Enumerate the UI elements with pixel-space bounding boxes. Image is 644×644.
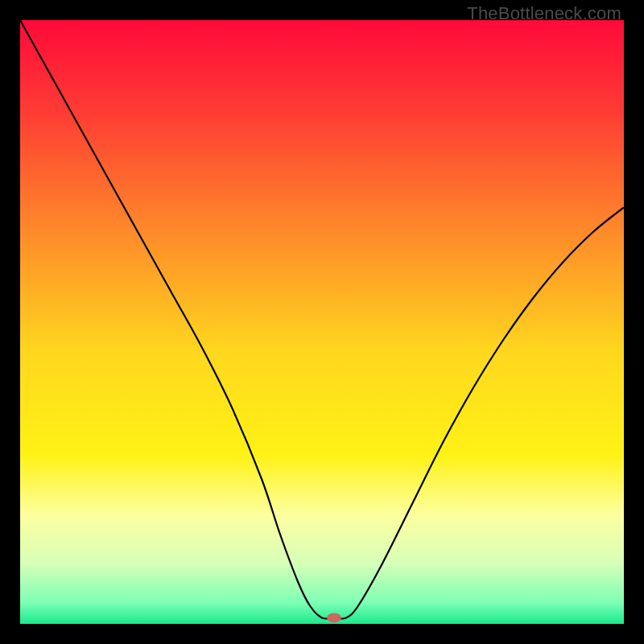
chart-container: TheBottleneck.com	[0, 0, 644, 644]
min-marker-icon	[327, 613, 341, 623]
heatmap-background	[20, 20, 624, 624]
plot-area	[20, 20, 624, 624]
bottleneck-chart	[20, 20, 624, 624]
